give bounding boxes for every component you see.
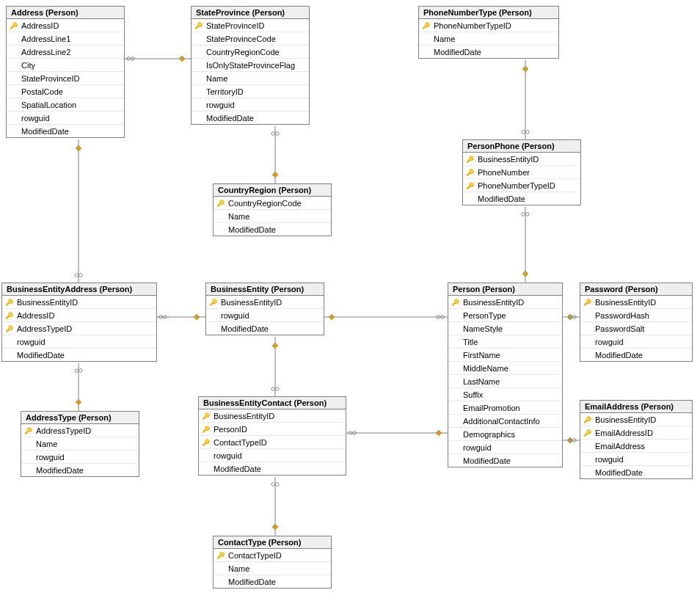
- column-name: LastName: [462, 377, 500, 386]
- table-column-row: PasswordSalt: [580, 322, 692, 335]
- svg-marker-2: [76, 145, 81, 151]
- table-businessentityaddress[interactable]: BusinessEntityAddress (Person)🔑BusinessE…: [1, 283, 157, 362]
- table-column-row: Demographics: [448, 428, 562, 441]
- table-personphone[interactable]: PersonPhone (Person)🔑BusinessEntityID🔑Ph…: [462, 139, 581, 205]
- column-name: rowguid: [34, 453, 65, 462]
- column-name: ContactTypeID: [212, 438, 267, 447]
- column-name: AddressLine2: [20, 48, 70, 57]
- column-name: ModifiedDate: [15, 351, 65, 360]
- column-name: Title: [462, 338, 478, 346]
- table-column-row: 🔑AddressID: [2, 309, 156, 322]
- table-column-row: 🔑AddressTypeID: [2, 322, 156, 335]
- table-password[interactable]: Password (Person)🔑BusinessEntityIDPasswo…: [580, 283, 693, 362]
- column-name: ModifiedDate: [594, 351, 643, 360]
- table-column-row: Suffix: [448, 388, 562, 401]
- table-emailaddress[interactable]: EmailAddress (Person)🔑BusinessEntityID🔑E…: [580, 400, 693, 479]
- table-column-row: CountryRegionCode: [192, 45, 309, 59]
- table-column-row: 🔑BusinessEntityID: [206, 296, 324, 309]
- table-column-row: rowguid: [448, 441, 562, 454]
- column-name: BusinessEntityID: [476, 155, 539, 164]
- svg-marker-1: [272, 172, 278, 178]
- column-name: PasswordSalt: [594, 324, 644, 333]
- table-column-row: 🔑PhoneNumberTypeID: [463, 179, 580, 192]
- svg-marker-0: [179, 56, 185, 62]
- column-name: BusinessEntityID: [212, 412, 274, 420]
- column-name: Name: [227, 564, 249, 573]
- table-column-row: ModifiedDate: [580, 349, 692, 361]
- column-name: rowguid: [462, 443, 492, 452]
- svg-marker-8: [329, 314, 335, 320]
- svg-marker-4: [194, 314, 200, 320]
- table-header: AddressType (Person): [21, 412, 139, 424]
- table-addresstype[interactable]: AddressType (Person)🔑AddressTypeIDNamero…: [21, 411, 139, 477]
- table-column-row: Name: [419, 32, 558, 45]
- svg-marker-7: [436, 430, 442, 436]
- column-name: StateProvinceID: [20, 74, 79, 83]
- column-name: EmailPromotion: [462, 404, 520, 412]
- table-column-row: FirstName: [448, 349, 562, 362]
- column-name: AddressID: [15, 311, 54, 320]
- table-header: PhoneNumberType (Person): [419, 7, 558, 19]
- table-column-row: ModifiedDate: [2, 349, 156, 361]
- svg-marker-11: [567, 314, 573, 320]
- primary-key-icon: 🔑: [448, 299, 462, 306]
- table-column-row: PasswordHash: [580, 309, 692, 322]
- table-column-row: ModifiedDate: [7, 125, 124, 137]
- table-address[interactable]: Address (Person)🔑AddressIDAddressLine1Ad…: [6, 6, 125, 138]
- column-name: ModifiedDate: [227, 578, 276, 586]
- table-column-row: 🔑ContactTypeID: [199, 436, 346, 449]
- table-person[interactable]: Person (Person)🔑BusinessEntityIDPersonTy…: [448, 283, 563, 467]
- column-name: rowguid: [212, 451, 242, 460]
- primary-key-icon: 🔑: [214, 200, 227, 207]
- table-header: CountryRegion (Person): [214, 184, 331, 197]
- column-name: PasswordHash: [594, 311, 649, 320]
- table-column-row: PostalCode: [7, 85, 124, 98]
- column-name: StateProvinceID: [205, 21, 264, 30]
- column-name: Name: [34, 440, 57, 448]
- table-column-row: Name: [214, 562, 331, 575]
- column-name: TerritoryID: [205, 87, 244, 96]
- table-column-row: 🔑BusinessEntityID: [463, 153, 580, 166]
- primary-key-icon: 🔑: [199, 412, 212, 420]
- table-column-row: 🔑BusinessEntityID: [2, 296, 156, 309]
- table-column-row: IsOnlyStateProvinceFlag: [192, 59, 309, 72]
- table-column-row: NameStyle: [448, 322, 562, 335]
- table-contacttype[interactable]: ContactType (Person)🔑ContactTypeIDNameMo…: [213, 536, 332, 589]
- column-name: Name: [432, 34, 455, 43]
- table-column-row: 🔑BusinessEntityID: [580, 413, 692, 426]
- column-name: rowguid: [205, 101, 235, 109]
- table-countryregion[interactable]: CountryRegion (Person)🔑CountryRegionCode…: [213, 183, 332, 236]
- primary-key-icon: 🔑: [7, 22, 20, 29]
- table-header: BusinessEntity (Person): [206, 283, 324, 296]
- column-name: AddressTypeID: [34, 426, 91, 435]
- column-name: rowguid: [594, 455, 624, 464]
- table-column-row: rowguid: [580, 453, 692, 466]
- table-stateprovince[interactable]: StateProvince (Person)🔑StateProvinceIDSt…: [191, 6, 310, 125]
- table-phonenumbertype[interactable]: PhoneNumberType (Person)🔑PhoneNumberType…: [418, 6, 559, 59]
- column-name: EmailAddressID: [594, 429, 653, 437]
- table-column-row: ModifiedDate: [199, 462, 346, 475]
- column-name: AdditionalContactInfo: [462, 417, 540, 426]
- er-diagram-canvas: Address (Person)🔑AddressIDAddressLine1Ad…: [0, 0, 700, 612]
- column-name: NameStyle: [462, 324, 503, 333]
- table-header: Address (Person): [7, 7, 124, 19]
- table-column-row: ModifiedDate: [448, 454, 562, 467]
- column-name: Demographics: [462, 430, 515, 439]
- table-header: StateProvince (Person): [192, 7, 309, 19]
- primary-key-icon: 🔑: [2, 325, 15, 332]
- table-businessentitycontact[interactable]: BusinessEntityContact (Person)🔑BusinessE…: [198, 396, 346, 476]
- table-column-row: 🔑PhoneNumberTypeID: [419, 19, 558, 32]
- table-businessentity[interactable]: BusinessEntity (Person)🔑BusinessEntityID…: [205, 283, 324, 335]
- primary-key-icon: 🔑: [580, 299, 594, 306]
- column-name: PersonID: [212, 425, 247, 434]
- table-column-row: ModifiedDate: [206, 322, 324, 335]
- table-column-row: rowguid: [2, 335, 156, 349]
- table-column-row: ModifiedDate: [419, 45, 558, 58]
- table-column-row: EmailPromotion: [448, 401, 562, 415]
- table-column-row: 🔑AddressTypeID: [21, 424, 139, 437]
- table-column-row: 🔑PersonID: [199, 423, 346, 436]
- column-name: AddressLine1: [20, 34, 70, 43]
- table-column-row: ModifiedDate: [21, 464, 139, 476]
- table-column-row: City: [7, 59, 124, 72]
- table-column-row: 🔑EmailAddressID: [580, 426, 692, 440]
